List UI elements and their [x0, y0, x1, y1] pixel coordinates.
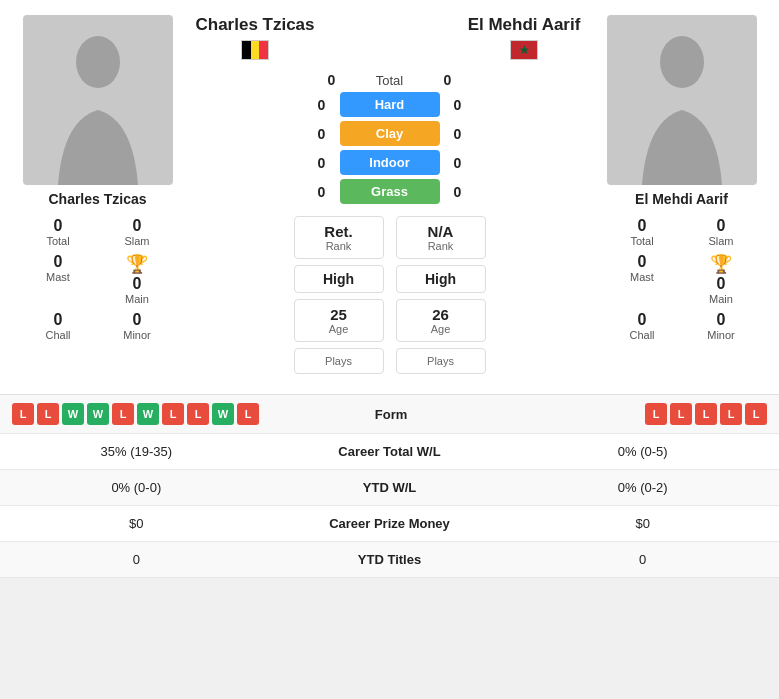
left-total-val: 0: [54, 217, 63, 235]
svg-point-0: [76, 36, 120, 88]
left-mast-lbl: Mast: [46, 271, 70, 283]
right-form-badge-l: L: [695, 403, 717, 425]
left-slam-lbl: Slam: [124, 235, 149, 247]
table-row: $0Career Prize Money$0: [0, 506, 779, 542]
left-form-badges: LLWWLWLLWL: [12, 403, 259, 425]
stats-center-label: YTD W/L: [273, 470, 507, 506]
left-high-val: High: [305, 271, 373, 287]
right-mast-val: 0: [638, 253, 647, 271]
indoor-left-score: 0: [312, 155, 332, 171]
bottom-section: LLWWLWLLWL Form LLLLL 35% (19-35)Career …: [0, 394, 779, 578]
right-slam-val: 0: [717, 217, 726, 235]
right-total-score: 0: [438, 72, 458, 88]
left-form-badge-w: W: [137, 403, 159, 425]
left-total-lbl: Total: [46, 235, 69, 247]
left-minor-cell: 0 Minor: [107, 309, 168, 343]
right-high-box: High: [396, 265, 486, 293]
left-form-badge-l: L: [37, 403, 59, 425]
hard-button: Hard: [340, 92, 440, 117]
right-minor-val: 0: [717, 311, 726, 329]
left-main-val: 0: [133, 275, 142, 293]
indoor-right-score: 0: [448, 155, 468, 171]
stats-center-label: Career Prize Money: [273, 506, 507, 542]
grass-button: Grass: [340, 179, 440, 204]
left-rank-lbl: Rank: [305, 240, 373, 252]
left-form-badge-l: L: [187, 403, 209, 425]
table-row: 0% (0-0)YTD W/L0% (0-2): [0, 470, 779, 506]
left-plays-lbl: Plays: [305, 355, 373, 367]
main-container: Charles Tzicas 0 Total 0 Slam 0 Mast 🏆 0: [0, 0, 779, 578]
left-rank-col: Ret. Rank High 25 Age Plays: [294, 216, 384, 374]
right-center-name: El Mehdi Aarif: [468, 15, 581, 35]
table-row: 35% (19-35)Career Total W/L0% (0-5): [0, 434, 779, 470]
right-rank-col: N/A Rank High 26 Age Plays: [396, 216, 486, 374]
form-row: LLWWLWLLWL Form LLLLL: [0, 395, 779, 434]
left-chall-lbl: Chall: [45, 329, 70, 341]
stats-right-val: 0% (0-5): [506, 434, 779, 470]
stats-left-val: $0: [0, 506, 273, 542]
left-player-area: Charles Tzicas 0 Total 0 Slam 0 Mast 🏆 0: [10, 15, 185, 374]
hard-right-score: 0: [448, 97, 468, 113]
stats-left-val: 0% (0-0): [0, 470, 273, 506]
left-form-badge-w: W: [62, 403, 84, 425]
right-slam-cell: 0 Slam: [691, 215, 752, 249]
left-flag: [241, 40, 269, 60]
left-age-box: 25 Age: [294, 299, 384, 342]
left-total-cell: 0 Total: [28, 215, 89, 249]
grass-row: 0 Grass 0: [312, 179, 468, 204]
left-minor-val: 0: [133, 311, 142, 329]
left-form-badge-w: W: [212, 403, 234, 425]
left-trophy-icon: 🏆: [126, 253, 148, 275]
left-form-badge-l: L: [162, 403, 184, 425]
left-form-badge-l: L: [112, 403, 134, 425]
stats-center-label: Career Total W/L: [273, 434, 507, 470]
right-main-val: 0: [717, 275, 726, 293]
left-rank-val: Ret.: [305, 223, 373, 240]
stats-left-val: 0: [0, 542, 273, 578]
total-label: Total: [350, 73, 430, 88]
left-chall-cell: 0 Chall: [28, 309, 89, 343]
total-row: 0 Total 0: [322, 72, 458, 88]
right-minor-cell: 0 Minor: [691, 309, 752, 343]
left-form-badge-l: L: [237, 403, 259, 425]
right-name-flag: El Mehdi Aarif: [459, 15, 589, 60]
left-slam-cell: 0 Slam: [107, 215, 168, 249]
indoor-row: 0 Indoor 0: [312, 150, 468, 175]
clay-row: 0 Clay 0: [312, 121, 468, 146]
left-age-lbl: Age: [305, 323, 373, 335]
right-plays-lbl: Plays: [407, 355, 475, 367]
right-trophy-icon: 🏆: [710, 253, 732, 275]
table-row: 0YTD Titles0: [0, 542, 779, 578]
right-plays-box: Plays: [396, 348, 486, 374]
right-form-badge-l: L: [645, 403, 667, 425]
top-section: Charles Tzicas 0 Total 0 Slam 0 Mast 🏆 0: [0, 0, 779, 384]
stats-center-label: YTD Titles: [273, 542, 507, 578]
right-player-area: El Mehdi Aarif 0 Total 0 Slam 0 Mast 🏆 0: [594, 15, 769, 374]
left-trophy-main-cell: 🏆 0 Main: [107, 251, 168, 307]
left-player-name: Charles Tzicas: [48, 191, 146, 207]
right-rank-val: N/A: [407, 223, 475, 240]
left-minor-lbl: Minor: [123, 329, 151, 341]
right-form-badge-l: L: [670, 403, 692, 425]
right-flag: [510, 40, 538, 60]
right-chall-cell: 0 Chall: [612, 309, 673, 343]
right-total-lbl: Total: [630, 235, 653, 247]
left-chall-val: 0: [54, 311, 63, 329]
clay-button: Clay: [340, 121, 440, 146]
hard-row: 0 Hard 0: [312, 92, 468, 117]
left-high-box: High: [294, 265, 384, 293]
right-trophy-main-cell: 🏆 0 Main: [691, 251, 752, 307]
stats-table: 35% (19-35)Career Total W/L0% (0-5)0% (0…: [0, 434, 779, 578]
indoor-button: Indoor: [340, 150, 440, 175]
left-form-badge-w: W: [87, 403, 109, 425]
right-player-photo: [607, 15, 757, 185]
left-name-flag: Charles Tzicas: [190, 15, 320, 60]
left-main-lbl: Main: [125, 293, 149, 305]
right-age-val: 26: [407, 306, 475, 323]
right-form-badge-l: L: [745, 403, 767, 425]
right-mast-cell: 0 Mast: [612, 251, 673, 307]
stats-right-val: 0% (0-2): [506, 470, 779, 506]
grass-right-score: 0: [448, 184, 468, 200]
stats-right-val: $0: [506, 506, 779, 542]
left-form-badge-l: L: [12, 403, 34, 425]
